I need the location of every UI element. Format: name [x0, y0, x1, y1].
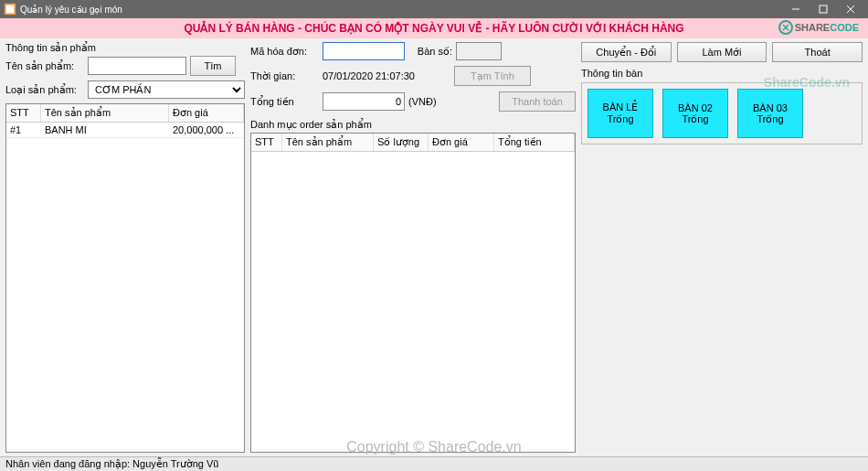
banner-message: QUẢN LÝ BÁN HÀNG - CHÚC BẠN CÓ MỘT NGÀY …	[184, 22, 683, 35]
tamtinh-button: Tạm Tính	[454, 66, 531, 86]
order-list-title: Danh mục order sản phẩm	[250, 119, 576, 131]
product-grid[interactable]: STT Tên sản phẩm Đơn giá #1 BANH MI 20,0…	[5, 103, 245, 453]
product-info-title: Thông tin sản phẩm	[5, 42, 245, 54]
banner: QUẢN LÝ BÁN HÀNG - CHÚC BẠN CÓ MỘT NGÀY …	[0, 18, 868, 38]
col-don: Đơn giá	[169, 104, 244, 122]
table-row[interactable]: #1 BANH MI 20,000,000 ...	[6, 123, 244, 138]
invoice-panel: Mã hóa đơn: Bàn số: Thời gian: 07/01/202…	[250, 42, 576, 453]
title-text: Quản lý yêu cầu gọi món	[20, 5, 782, 15]
col-dg: Đơn giá	[429, 134, 494, 151]
table-info-title: Thông tin bàn	[581, 68, 863, 79]
col-ten: Tên sản phẩm	[41, 104, 169, 122]
product-name-label: Tên sản phẩm:	[5, 60, 84, 72]
chuyen-button[interactable]: Chuyển - Đổi	[581, 42, 672, 62]
thanhtoan-button: Thanh toán	[499, 91, 576, 112]
col-sl: Số lượng	[374, 134, 429, 151]
sharecode-logo: SHARECODE	[778, 20, 859, 35]
close-button[interactable]	[837, 0, 864, 18]
total-label: Tổng tiền	[250, 96, 319, 108]
invoice-id-input[interactable]	[323, 42, 405, 60]
col-stt2: STT	[251, 134, 282, 151]
product-info-panel: Thông tin sản phẩm Tên sản phẩm: Tìm Loạ…	[5, 42, 245, 453]
minimize-button[interactable]	[782, 0, 810, 18]
time-label: Thời gian:	[250, 70, 319, 82]
app-icon	[4, 3, 16, 16]
product-type-label: Loại sản phẩm:	[5, 84, 84, 96]
status-bar: Nhân viên đang đăng nhập: Nguyễn Trường …	[0, 456, 868, 471]
thoat-button[interactable]: Thoát	[772, 42, 863, 62]
table-no-input[interactable]	[456, 42, 502, 60]
svg-rect-1	[6, 5, 15, 14]
invoice-id-label: Mã hóa đơn:	[250, 46, 319, 58]
svg-rect-3	[820, 5, 827, 13]
lammoi-button[interactable]: Làm Mới	[677, 42, 767, 62]
table-card[interactable]: BÀN 03 Trống	[737, 89, 803, 138]
vnd-label: (VNĐ)	[408, 96, 437, 107]
titlebar: Quản lý yêu cầu gọi món	[0, 0, 868, 18]
right-panel: Chuyển - Đổi Làm Mới Thoát Thông tin bàn…	[581, 42, 863, 453]
col-stt: STT	[6, 104, 41, 122]
table-no-label: Bàn số:	[408, 46, 452, 58]
table-card[interactable]: BÀN 02 Trống	[662, 89, 728, 138]
table-card[interactable]: BÀN LẺ Trống	[587, 89, 653, 138]
col-ten2: Tên sản phẩm	[282, 134, 374, 151]
find-button[interactable]: Tìm	[190, 56, 236, 76]
product-name-input[interactable]	[88, 57, 186, 75]
table-list: BÀN LẺ Trống BÀN 02 Trống BÀN 03 Trống	[581, 82, 863, 145]
order-grid[interactable]: STT Tên sản phẩm Số lượng Đơn giá Tổng t…	[250, 133, 576, 453]
time-value: 07/01/2020 21:07:30	[323, 70, 450, 81]
maximize-button[interactable]	[810, 0, 837, 18]
col-tong: Tổng tiền	[494, 134, 575, 151]
logged-user: Nhân viên đang đăng nhập: Nguyễn Trường …	[5, 458, 218, 470]
product-type-select[interactable]: CƠM PHẦN	[88, 80, 245, 99]
total-input[interactable]	[323, 92, 405, 111]
